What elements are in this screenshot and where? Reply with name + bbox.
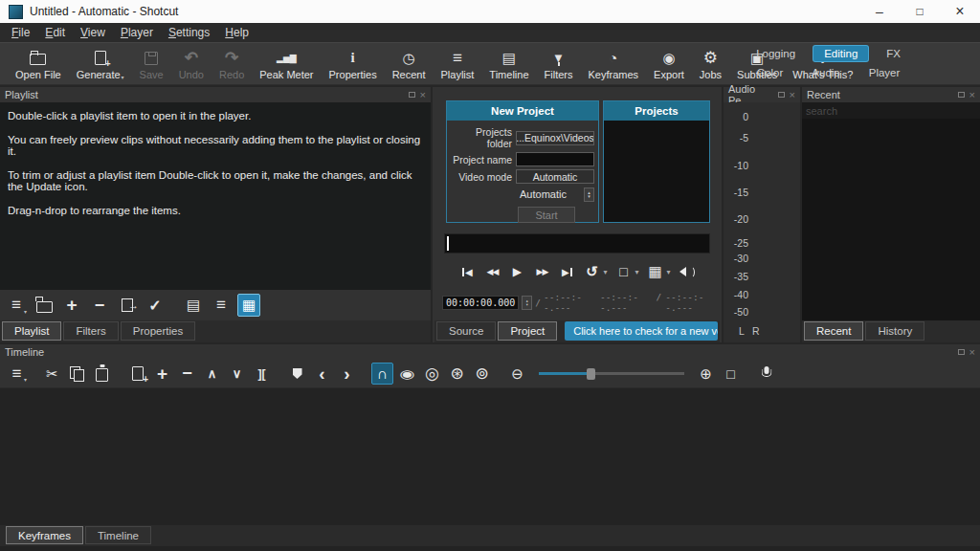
menu-file[interactable]: File [4,24,37,41]
video-mode-button[interactable]: Automatic [516,169,594,184]
layout-tab-player[interactable]: Player [858,65,911,80]
add-icon[interactable] [60,294,83,317]
skip-to-end-icon[interactable] [558,263,575,280]
timeline-button[interactable]: Timeline [481,43,536,84]
open-file-button[interactable]: Open File [8,43,69,84]
prev-marker-icon[interactable] [311,363,333,385]
tab-recent[interactable]: Recent [804,321,863,341]
ripple-delete-icon[interactable] [176,363,198,385]
timeline-menu-icon[interactable] [6,363,28,385]
timecode-current[interactable]: 00:00:00.000 [442,296,519,310]
view-list-icon[interactable] [210,294,233,317]
redo-button[interactable]: Redo [212,43,252,84]
zoom-out-icon[interactable] [506,363,528,385]
close-panel-icon[interactable] [420,92,426,98]
fast-forward-icon[interactable] [533,263,550,280]
jobs-button[interactable]: Jobs [692,43,729,84]
lift-icon[interactable] [201,363,223,385]
rewind-icon[interactable] [483,263,501,280]
menu-settings[interactable]: Settings [161,24,217,41]
close-panel-icon[interactable] [969,92,975,98]
search-input[interactable] [802,102,980,119]
paste-icon[interactable] [91,363,113,385]
marker-icon[interactable] [286,363,308,385]
skip-to-start-icon[interactable] [458,263,476,280]
layout-tab-logging[interactable]: Logging [746,46,806,61]
select-icon[interactable] [144,294,167,317]
keyframes-button[interactable]: Keyframes [580,43,646,84]
zoom-fit-icon[interactable] [614,263,632,280]
tab-timeline[interactable]: Timeline [85,526,151,544]
update-icon[interactable] [116,294,139,317]
ripple-icon[interactable] [421,363,443,385]
generate-button[interactable]: Generate [69,43,132,84]
recent-list[interactable] [802,119,980,320]
copy-icon[interactable] [66,363,88,385]
menu-edit[interactable]: Edit [37,24,73,41]
add-icon[interactable] [151,363,173,385]
ripple-markers-icon[interactable] [471,363,493,385]
layout-tab-editing[interactable]: Editing [813,46,868,61]
grid-icon[interactable] [647,263,664,280]
projects-list[interactable] [604,121,709,222]
append-icon[interactable] [126,363,148,385]
minimize-icon[interactable] [859,0,900,23]
resolution-combobox[interactable]: Automatic [516,187,594,202]
seek-bar[interactable] [444,233,710,253]
overwrite-icon[interactable] [226,363,248,385]
menu-help[interactable]: Help [217,24,256,41]
ripple-all-tracks-icon[interactable] [446,363,468,385]
remove-icon[interactable] [88,294,111,317]
next-marker-icon[interactable] [336,363,358,385]
chevron-down-icon[interactable]: ▾ [667,268,671,276]
float-panel-icon[interactable] [778,92,785,98]
float-panel-icon[interactable] [958,349,965,355]
close-panel-icon[interactable] [969,349,975,355]
zoom-fit-icon[interactable] [720,363,742,385]
view-tiles-icon[interactable] [237,294,260,317]
spinner-icon[interactable] [584,187,594,202]
open-icon[interactable] [33,294,56,317]
float-panel-icon[interactable] [958,92,965,98]
undo-button[interactable]: Undo [171,43,212,84]
tab-history[interactable]: History [865,321,924,341]
timecode-spinner-icon[interactable] [522,296,532,310]
tab-filters[interactable]: Filters [63,321,118,341]
view-details-icon[interactable] [182,294,205,317]
record-audio-icon[interactable] [755,363,777,385]
loop-icon[interactable] [583,263,600,280]
menu-player[interactable]: Player [113,24,161,41]
tab-playlist[interactable]: Playlist [2,321,61,341]
tab-keyframes[interactable]: Keyframes [6,526,83,544]
slider-handle[interactable] [587,368,595,380]
projects-folder-button[interactable]: ...Equinox\Videos [516,131,594,145]
maximize-icon[interactable] [900,0,940,23]
float-panel-icon[interactable] [409,92,415,98]
save-button[interactable]: Save [132,43,171,84]
menu-view[interactable]: View [73,24,113,41]
layout-tab-fx[interactable]: FX [876,46,911,61]
cut-icon[interactable] [41,363,63,385]
tab-project[interactable]: Project [498,321,557,341]
export-button[interactable]: Export [646,43,692,84]
layout-tab-audio[interactable]: Audio [801,65,850,80]
close-panel-icon[interactable] [790,92,795,98]
playlist-menu-icon[interactable] [5,294,28,317]
scrub-icon[interactable] [396,363,418,385]
check-update-button[interactable]: Click here to check for a new versio... [565,321,718,341]
project-name-field[interactable] [516,152,594,166]
layout-tab-color[interactable]: Color [746,65,793,80]
start-button[interactable]: Start [518,207,575,223]
split-icon[interactable] [251,363,273,385]
chevron-down-icon[interactable]: ▾ [635,268,638,276]
play-icon[interactable] [508,263,525,280]
peak-meter-button[interactable]: Peak Meter [252,43,321,84]
tab-source[interactable]: Source [436,321,496,341]
timeline-tracks-area[interactable] [0,387,980,525]
zoom-in-icon[interactable] [695,363,717,385]
snap-icon[interactable] [371,363,393,385]
filters-button[interactable]: Filters [537,43,581,84]
chevron-down-icon[interactable]: ▾ [603,268,607,276]
timeline-zoom-slider[interactable] [539,367,684,381]
playlist-button[interactable]: Playlist [434,43,482,84]
